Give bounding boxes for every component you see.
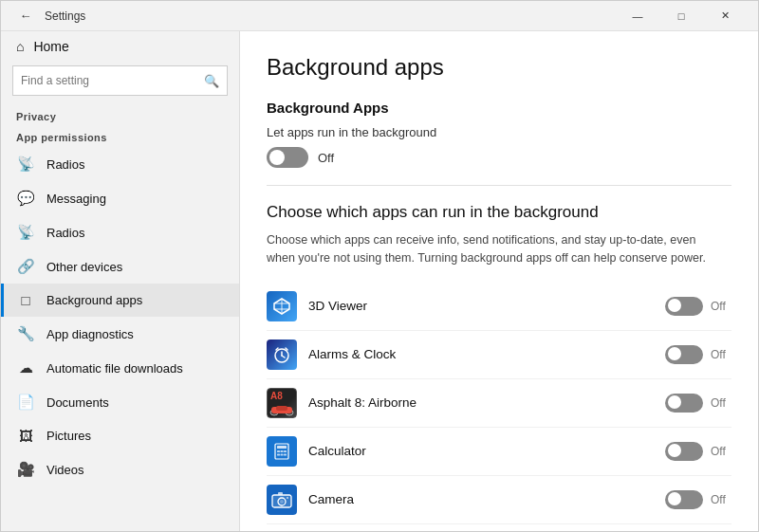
asphalt-toggle[interactable] bbox=[665, 394, 703, 413]
sidebar-item-app-diagnostics[interactable]: 🔧 App diagnostics bbox=[1, 317, 239, 351]
svg-rect-15 bbox=[277, 450, 280, 452]
main-content: Background apps Background Apps Let apps… bbox=[240, 31, 758, 531]
3d-viewer-toggle-knob bbox=[668, 299, 681, 312]
alarms-clock-name: Alarms & Clock bbox=[308, 347, 654, 361]
camera-icon bbox=[267, 485, 297, 515]
calculator-toggle-label: Off bbox=[711, 445, 731, 458]
sidebar-item-pictures-label: Pictures bbox=[46, 429, 91, 443]
home-icon: ⌂ bbox=[16, 39, 24, 54]
sidebar-item-documents[interactable]: 📄 Documents bbox=[1, 385, 239, 419]
asphalt-toggle-label: Off bbox=[711, 396, 731, 410]
search-input[interactable] bbox=[21, 74, 204, 87]
camera-toggle[interactable] bbox=[665, 490, 703, 509]
app-row-camera: Camera Off bbox=[267, 476, 731, 524]
svg-rect-19 bbox=[281, 453, 284, 455]
app-row-calculator: Calculator Off bbox=[267, 428, 731, 476]
search-box[interactable]: 🔍 bbox=[12, 65, 228, 96]
app-row-asphalt: A8 Asphalt 8: Airborne Off bbox=[267, 379, 731, 428]
3d-viewer-toggle[interactable] bbox=[665, 297, 703, 316]
alarms-clock-toggle-knob bbox=[668, 347, 681, 360]
alarms-clock-toggle-group: Off bbox=[665, 345, 731, 364]
titlebar-controls: — □ ✕ bbox=[616, 1, 747, 31]
background-apps-section-title: Background Apps bbox=[267, 100, 731, 116]
sidebar-item-videos[interactable]: 🎥 Videos bbox=[1, 452, 239, 486]
alarms-clock-icon bbox=[267, 339, 297, 370]
camera-toggle-label: Off bbox=[711, 493, 731, 506]
choose-desc: Choose which apps can receive info, send… bbox=[267, 231, 722, 267]
calculator-name: Calculator bbox=[308, 444, 654, 458]
sidebar-section-privacy: Privacy bbox=[1, 105, 239, 126]
alarms-clock-toggle[interactable] bbox=[665, 345, 703, 364]
camera-toggle-knob bbox=[668, 492, 681, 505]
messaging-icon: 💬 bbox=[16, 190, 35, 207]
asphalt-icon: A8 bbox=[267, 388, 297, 418]
asphalt-toggle-group: Off bbox=[665, 394, 731, 413]
titlebar-title: Settings bbox=[45, 9, 616, 23]
svg-point-23 bbox=[280, 500, 284, 504]
maximize-button[interactable]: □ bbox=[659, 1, 703, 31]
pictures-icon: 🖼 bbox=[16, 428, 35, 444]
automatic-file-downloads-icon: ☁ bbox=[16, 359, 35, 376]
svg-point-25 bbox=[287, 497, 288, 499]
sidebar-item-radios[interactable]: 📡 Radios bbox=[1, 215, 239, 249]
documents-icon: 📄 bbox=[16, 394, 35, 411]
sidebar-item-radios-partial-label: Radios bbox=[46, 157, 84, 172]
svg-rect-14 bbox=[277, 446, 287, 449]
svg-rect-17 bbox=[284, 450, 287, 452]
3d-viewer-toggle-group: Off bbox=[665, 297, 731, 316]
sidebar-item-messaging-label: Messaging bbox=[46, 192, 106, 206]
sidebar-scroll: App permissions 📡 Radios 💬 Messaging 📡 R… bbox=[1, 126, 239, 531]
camera-toggle-group: Off bbox=[665, 490, 731, 509]
svg-rect-20 bbox=[284, 453, 287, 455]
settings-window: ← Settings — □ ✕ ⌂ Home 🔍 Privacy App pe… bbox=[0, 0, 759, 532]
sidebar-item-messaging[interactable]: 💬 Messaging bbox=[1, 181, 239, 215]
section-divider bbox=[267, 185, 731, 186]
app-row-alarms-clock: Alarms & Clock Off bbox=[267, 331, 731, 379]
sidebar-item-pictures[interactable]: 🖼 Pictures bbox=[1, 419, 239, 452]
sidebar-item-other-devices[interactable]: 🔗 Other devices bbox=[1, 249, 239, 284]
close-button[interactable]: ✕ bbox=[703, 1, 747, 31]
search-icon: 🔍 bbox=[204, 74, 219, 88]
main-toggle-knob bbox=[269, 150, 285, 165]
app-list: 3D Viewer Off bbox=[267, 283, 731, 532]
sidebar-item-automatic-file-downloads[interactable]: ☁ Automatic file downloads bbox=[1, 351, 239, 385]
sidebar-item-documents-label: Documents bbox=[46, 395, 109, 410]
minimize-button[interactable]: — bbox=[616, 1, 659, 31]
calculator-toggle-knob bbox=[668, 444, 681, 457]
asphalt-name: Asphalt 8: Airborne bbox=[308, 395, 654, 410]
sidebar-item-videos-label: Videos bbox=[46, 463, 84, 477]
alarms-clock-toggle-label: Off bbox=[711, 348, 731, 361]
home-label: Home bbox=[33, 39, 68, 54]
radio-partial-icon: 📡 bbox=[16, 156, 35, 173]
app-diagnostics-icon: 🔧 bbox=[16, 325, 35, 342]
sidebar-home[interactable]: ⌂ Home bbox=[1, 31, 239, 62]
sidebar-item-radios-label: Radios bbox=[46, 226, 84, 240]
svg-rect-18 bbox=[277, 453, 280, 455]
sidebar-item-automatic-file-downloads-label: Automatic file downloads bbox=[46, 361, 183, 376]
calculator-icon bbox=[267, 436, 297, 467]
background-apps-icon: □ bbox=[16, 292, 35, 308]
svg-line-6 bbox=[282, 356, 285, 358]
videos-icon: 🎥 bbox=[16, 461, 35, 478]
main-toggle-row: Off bbox=[267, 147, 731, 168]
titlebar: ← Settings — □ ✕ bbox=[1, 1, 758, 31]
let-apps-run-label: Let apps run in the background bbox=[267, 125, 731, 139]
page-title: Background apps bbox=[267, 54, 731, 81]
back-button[interactable]: ← bbox=[12, 3, 39, 29]
calculator-toggle[interactable] bbox=[665, 442, 703, 461]
sidebar-item-radios-partial[interactable]: 📡 Radios bbox=[1, 147, 239, 181]
app-row-cortana: Cortana Off bbox=[267, 524, 731, 532]
sidebar-item-background-apps[interactable]: □ Background apps bbox=[1, 284, 239, 317]
app-row-3d-viewer: 3D Viewer Off bbox=[267, 283, 731, 331]
main-background-toggle[interactable] bbox=[267, 147, 308, 168]
3d-viewer-name: 3D Viewer bbox=[308, 299, 654, 313]
camera-name: Camera bbox=[308, 492, 654, 506]
3d-viewer-toggle-label: Off bbox=[711, 300, 731, 313]
svg-rect-24 bbox=[278, 492, 283, 495]
asphalt-toggle-knob bbox=[668, 395, 681, 409]
sidebar-item-other-devices-label: Other devices bbox=[46, 260, 122, 274]
sidebar: ⌂ Home 🔍 Privacy App permissions 📡 Radio… bbox=[1, 31, 240, 531]
window-body: ⌂ Home 🔍 Privacy App permissions 📡 Radio… bbox=[1, 31, 758, 531]
main-toggle-label: Off bbox=[318, 151, 334, 165]
sidebar-item-background-apps-label: Background apps bbox=[46, 293, 142, 307]
